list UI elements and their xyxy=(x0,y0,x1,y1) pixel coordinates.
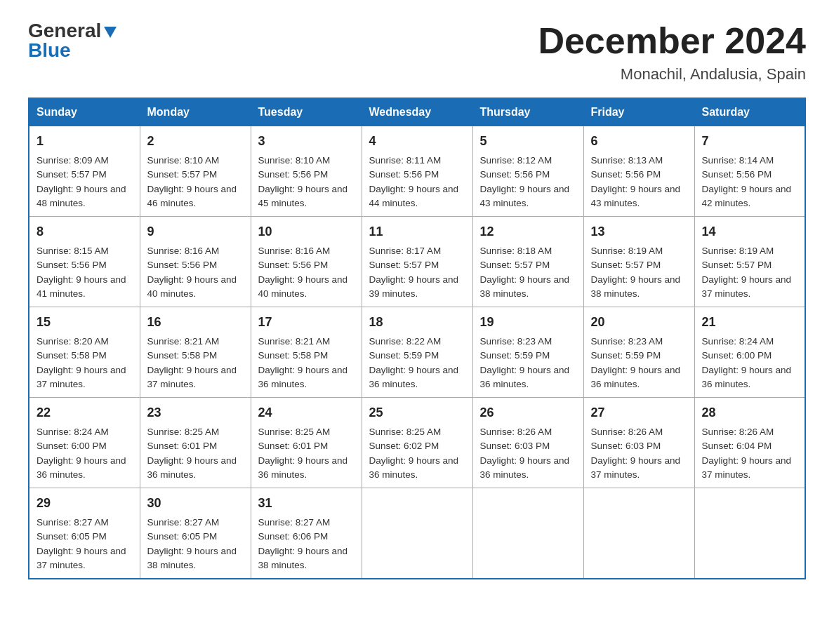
table-row: 10 Sunrise: 8:16 AM Sunset: 5:56 PM Dayl… xyxy=(251,217,362,307)
day-sunrise: Sunrise: 8:25 AM xyxy=(147,425,244,439)
day-sunset: Sunset: 5:57 PM xyxy=(591,258,687,272)
day-number: 22 xyxy=(37,403,133,422)
day-sunset: Sunset: 6:05 PM xyxy=(37,530,133,544)
day-sunrise: Sunrise: 8:10 AM xyxy=(147,154,244,168)
day-sunrise: Sunrise: 8:21 AM xyxy=(147,335,244,349)
day-sunset: Sunset: 6:00 PM xyxy=(37,439,133,453)
table-row: 30 Sunrise: 8:27 AM Sunset: 6:05 PM Dayl… xyxy=(140,488,251,579)
table-row: 11 Sunrise: 8:17 AM Sunset: 5:57 PM Dayl… xyxy=(362,217,472,307)
day-number: 23 xyxy=(147,403,244,422)
day-number: 3 xyxy=(258,132,355,151)
calendar-table: Sunday Monday Tuesday Wednesday Thursday… xyxy=(28,98,806,579)
table-row: 3 Sunrise: 8:10 AM Sunset: 5:56 PM Dayli… xyxy=(251,126,362,217)
table-row: 8 Sunrise: 8:15 AM Sunset: 5:56 PM Dayli… xyxy=(29,217,140,307)
day-sunset: Sunset: 6:03 PM xyxy=(591,439,687,453)
day-sunset: Sunset: 5:58 PM xyxy=(258,349,355,363)
table-row: 22 Sunrise: 8:24 AM Sunset: 6:00 PM Dayl… xyxy=(29,398,140,488)
day-daylight: Daylight: 9 hours and 36 minutes. xyxy=(147,454,244,483)
table-row: 29 Sunrise: 8:27 AM Sunset: 6:05 PM Dayl… xyxy=(29,488,140,579)
table-row: 12 Sunrise: 8:18 AM Sunset: 5:57 PM Dayl… xyxy=(472,217,583,307)
table-row: 26 Sunrise: 8:26 AM Sunset: 6:03 PM Dayl… xyxy=(472,398,583,488)
day-daylight: Daylight: 9 hours and 36 minutes. xyxy=(258,363,355,392)
day-daylight: Daylight: 9 hours and 38 minutes. xyxy=(480,273,576,302)
day-daylight: Daylight: 9 hours and 37 minutes. xyxy=(37,544,133,573)
day-sunrise: Sunrise: 8:19 AM xyxy=(591,244,687,258)
day-sunrise: Sunrise: 8:26 AM xyxy=(702,425,798,439)
day-sunset: Sunset: 5:56 PM xyxy=(258,168,355,182)
day-number: 25 xyxy=(369,403,465,422)
day-sunset: Sunset: 5:59 PM xyxy=(591,349,687,363)
day-daylight: Daylight: 9 hours and 36 minutes. xyxy=(702,363,798,392)
day-daylight: Daylight: 9 hours and 37 minutes. xyxy=(37,363,133,392)
day-sunrise: Sunrise: 8:15 AM xyxy=(37,244,133,258)
day-number: 15 xyxy=(37,313,133,332)
day-number: 21 xyxy=(702,313,798,332)
day-daylight: Daylight: 9 hours and 42 minutes. xyxy=(702,182,798,211)
day-daylight: Daylight: 9 hours and 38 minutes. xyxy=(258,544,355,573)
day-number: 12 xyxy=(480,222,576,241)
table-row: 5 Sunrise: 8:12 AM Sunset: 5:56 PM Dayli… xyxy=(472,126,583,217)
day-sunset: Sunset: 6:01 PM xyxy=(258,439,355,453)
day-number: 2 xyxy=(147,132,244,151)
day-daylight: Daylight: 9 hours and 40 minutes. xyxy=(258,273,355,302)
day-sunrise: Sunrise: 8:23 AM xyxy=(591,335,687,349)
day-sunset: Sunset: 5:57 PM xyxy=(369,258,465,272)
day-daylight: Daylight: 9 hours and 38 minutes. xyxy=(591,273,687,302)
calendar-week-2: 8 Sunrise: 8:15 AM Sunset: 5:56 PM Dayli… xyxy=(29,217,805,307)
header-thursday: Thursday xyxy=(472,98,583,126)
day-sunset: Sunset: 5:58 PM xyxy=(37,349,133,363)
day-sunrise: Sunrise: 8:16 AM xyxy=(147,244,244,258)
day-sunset: Sunset: 5:56 PM xyxy=(147,258,244,272)
day-sunrise: Sunrise: 8:26 AM xyxy=(480,425,576,439)
day-sunrise: Sunrise: 8:16 AM xyxy=(258,244,355,258)
table-row: 19 Sunrise: 8:23 AM Sunset: 5:59 PM Dayl… xyxy=(472,307,583,398)
day-number: 11 xyxy=(369,222,465,241)
day-number: 13 xyxy=(591,222,687,241)
day-sunrise: Sunrise: 8:18 AM xyxy=(480,244,576,258)
day-daylight: Daylight: 9 hours and 39 minutes. xyxy=(369,273,465,302)
day-number: 16 xyxy=(147,313,244,332)
table-row: 18 Sunrise: 8:22 AM Sunset: 5:59 PM Dayl… xyxy=(362,307,472,398)
table-row xyxy=(472,488,583,579)
day-sunrise: Sunrise: 8:27 AM xyxy=(37,516,133,530)
day-number: 31 xyxy=(258,494,355,513)
header-wednesday: Wednesday xyxy=(362,98,472,126)
day-number: 28 xyxy=(702,403,798,422)
day-daylight: Daylight: 9 hours and 37 minutes. xyxy=(591,454,687,483)
table-row: 20 Sunrise: 8:23 AM Sunset: 5:59 PM Dayl… xyxy=(583,307,694,398)
day-sunrise: Sunrise: 8:12 AM xyxy=(480,154,576,168)
day-sunset: Sunset: 6:03 PM xyxy=(480,439,576,453)
day-sunrise: Sunrise: 8:27 AM xyxy=(258,516,355,530)
day-number: 5 xyxy=(480,132,576,151)
table-row: 4 Sunrise: 8:11 AM Sunset: 5:56 PM Dayli… xyxy=(362,126,472,217)
day-daylight: Daylight: 9 hours and 48 minutes. xyxy=(37,182,133,211)
day-sunset: Sunset: 5:57 PM xyxy=(147,168,244,182)
calendar-week-4: 22 Sunrise: 8:24 AM Sunset: 6:00 PM Dayl… xyxy=(29,398,805,488)
day-sunrise: Sunrise: 8:20 AM xyxy=(37,335,133,349)
day-sunset: Sunset: 5:57 PM xyxy=(480,258,576,272)
calendar-week-1: 1 Sunrise: 8:09 AM Sunset: 5:57 PM Dayli… xyxy=(29,126,805,217)
day-daylight: Daylight: 9 hours and 36 minutes. xyxy=(37,454,133,483)
day-daylight: Daylight: 9 hours and 36 minutes. xyxy=(480,363,576,392)
day-sunset: Sunset: 6:02 PM xyxy=(369,439,465,453)
day-sunrise: Sunrise: 8:26 AM xyxy=(591,425,687,439)
day-sunset: Sunset: 6:05 PM xyxy=(147,530,244,544)
day-daylight: Daylight: 9 hours and 43 minutes. xyxy=(480,182,576,211)
day-number: 17 xyxy=(258,313,355,332)
day-number: 7 xyxy=(702,132,798,151)
calendar-header-row: Sunday Monday Tuesday Wednesday Thursday… xyxy=(29,98,805,126)
table-row: 14 Sunrise: 8:19 AM Sunset: 5:57 PM Dayl… xyxy=(694,217,805,307)
table-row: 28 Sunrise: 8:26 AM Sunset: 6:04 PM Dayl… xyxy=(694,398,805,488)
title-section: December 2024 Monachil, Andalusia, Spain xyxy=(538,21,806,83)
day-number: 24 xyxy=(258,403,355,422)
day-sunset: Sunset: 5:59 PM xyxy=(480,349,576,363)
day-number: 10 xyxy=(258,222,355,241)
day-sunset: Sunset: 6:06 PM xyxy=(258,530,355,544)
table-row: 15 Sunrise: 8:20 AM Sunset: 5:58 PM Dayl… xyxy=(29,307,140,398)
day-number: 30 xyxy=(147,494,244,513)
day-daylight: Daylight: 9 hours and 36 minutes. xyxy=(369,363,465,392)
header-friday: Friday xyxy=(583,98,694,126)
header-sunday: Sunday xyxy=(29,98,140,126)
day-sunrise: Sunrise: 8:21 AM xyxy=(258,335,355,349)
table-row: 6 Sunrise: 8:13 AM Sunset: 5:56 PM Dayli… xyxy=(583,126,694,217)
